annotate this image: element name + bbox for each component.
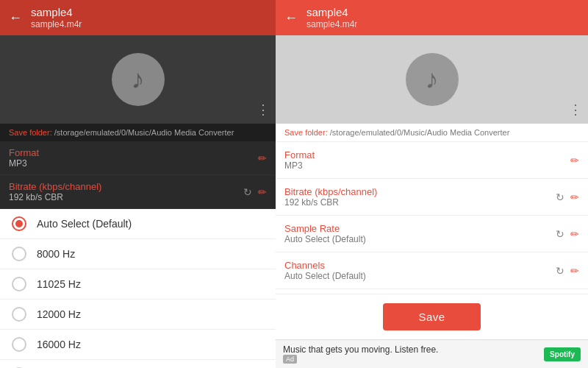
left-bitrate-label: Bitrate (kbps/channel) (9, 181, 101, 192)
back-button-right[interactable]: ← (284, 10, 298, 26)
right-setting-label: Channels (284, 260, 556, 271)
left-format-label: Format (9, 147, 39, 158)
back-button-left[interactable]: ← (9, 10, 22, 26)
right-panel: ← sample4 sample4.m4r ♪ ⋮ Save folder: /… (276, 0, 588, 368)
radio-item[interactable]: 12000 Hz (0, 300, 276, 330)
left-thumbnail: ♪ ⋮ (0, 35, 276, 124)
edit-icon[interactable]: ✏ (570, 155, 579, 166)
radio-item[interactable]: 22050 Hz (0, 360, 276, 368)
radio-label: 8000 Hz (37, 248, 75, 260)
right-save-folder-path: /storage/emulated/0/Music/Audio Media Co… (330, 128, 510, 137)
right-setting-value: Auto Select (Default) (284, 234, 556, 244)
right-setting-label: Bitrate (kbps/channel) (284, 186, 556, 197)
left-bitrate-refresh-icon[interactable]: ↻ (243, 186, 252, 198)
ad-badge: Ad (283, 355, 297, 364)
right-setting-label: Format (284, 149, 570, 160)
left-bitrate-row: Bitrate (kbps/channel) 192 kb/s CBR ↻ ✏ (0, 175, 276, 209)
left-header-title: sample4 (31, 6, 82, 19)
right-setting-row: Bitrate (kbps/channel)192 kb/s CBR↻✏ (276, 179, 588, 216)
ad-text: Music that gets you moving. Listen free. (283, 344, 438, 355)
right-music-note-icon: ♪ (426, 64, 439, 95)
save-button-area: Save (276, 294, 588, 339)
right-more-options[interactable]: ⋮ (569, 102, 582, 118)
right-setting-value: 192 kb/s CBR (284, 197, 556, 208)
music-note-icon: ♪ (132, 64, 145, 95)
left-save-folder: Save folder: /storage/emulated/0/Music/A… (0, 124, 276, 141)
radio-item[interactable]: 8000 Hz (0, 239, 276, 269)
radio-item[interactable]: Auto Select (Default) (0, 209, 276, 239)
right-settings-list: FormatMP3✏Bitrate (kbps/channel)192 kb/s… (276, 142, 588, 294)
right-setting-label: Sample Rate (284, 223, 556, 234)
radio-label: Auto Select (Default) (37, 218, 132, 230)
radio-button[interactable] (12, 277, 26, 291)
right-header-title: sample4 (306, 6, 357, 19)
edit-icon[interactable]: ✏ (570, 265, 579, 277)
left-save-folder-path: /storage/emulated/0/Music/Audio Media Co… (54, 128, 234, 137)
left-header-subtitle: sample4.m4r (31, 19, 82, 29)
radio-label: 12000 Hz (37, 308, 81, 320)
right-setting-row: Sample RateAuto Select (Default)↻✏ (276, 216, 588, 252)
right-setting-row: FormatMP3✏ (276, 142, 588, 179)
radio-button[interactable] (12, 307, 26, 322)
radio-item[interactable]: 16000 Hz (0, 330, 276, 360)
radio-button[interactable] (12, 337, 26, 352)
radio-button[interactable] (12, 216, 26, 231)
left-format-row: Format MP3 ✏ (0, 141, 276, 175)
refresh-icon[interactable]: ↻ (556, 228, 564, 240)
edit-icon[interactable]: ✏ (570, 191, 579, 203)
left-format-edit-icon[interactable]: ✏ (258, 152, 267, 164)
radio-button[interactable] (12, 247, 26, 261)
left-bitrate-value: 192 kb/s CBR (9, 192, 101, 202)
left-save-folder-label: Save folder: (9, 128, 52, 137)
right-music-icon: ♪ (406, 53, 459, 106)
radio-list: Auto Select (Default)8000 Hz11025 Hz1200… (0, 209, 276, 368)
left-header: ← sample4 sample4.m4r (0, 0, 276, 35)
right-header: ← sample4 sample4.m4r (276, 0, 588, 35)
radio-label: 11025 Hz (37, 278, 81, 290)
left-panel: ← sample4 sample4.m4r ♪ ⋮ Save folder: /… (0, 0, 276, 368)
ad-banner: Music that gets you moving. Listen free.… (276, 339, 588, 368)
left-bitrate-edit-icon[interactable]: ✏ (258, 186, 267, 198)
right-save-folder: Save folder: /storage/emulated/0/Music/A… (276, 124, 588, 142)
spotify-logo[interactable]: Spotify (544, 347, 581, 361)
radio-label: 16000 Hz (37, 339, 81, 350)
right-thumbnail: ♪ ⋮ (276, 35, 588, 124)
left-format-value: MP3 (9, 158, 39, 169)
right-header-subtitle: sample4.m4r (306, 19, 357, 29)
left-music-icon: ♪ (112, 53, 165, 106)
save-button[interactable]: Save (383, 303, 480, 330)
edit-icon[interactable]: ✏ (570, 228, 579, 240)
right-setting-value: Auto Select (Default) (284, 271, 556, 281)
radio-item[interactable]: 11025 Hz (0, 269, 276, 300)
refresh-icon[interactable]: ↻ (556, 265, 564, 277)
left-settings-list: Format MP3 ✏ Bitrate (kbps/channel) 192 … (0, 141, 276, 209)
right-setting-value: MP3 (284, 160, 570, 171)
left-more-options[interactable]: ⋮ (257, 102, 270, 118)
right-save-folder-label: Save folder: (284, 128, 328, 137)
right-setting-row: ChannelsAuto Select (Default)↻✏ (276, 252, 588, 289)
refresh-icon[interactable]: ↻ (556, 191, 564, 203)
